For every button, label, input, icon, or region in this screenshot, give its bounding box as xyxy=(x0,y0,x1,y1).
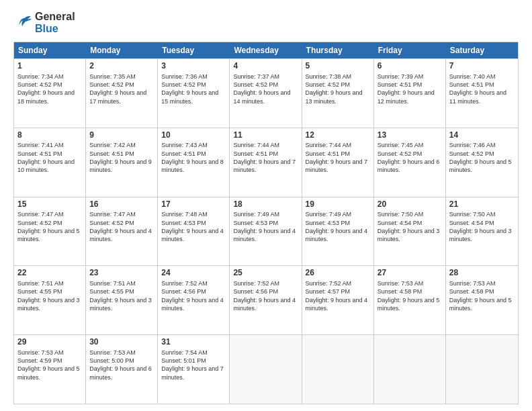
page: General Blue SundayMondayTuesdayWednesda… xyxy=(0,0,532,411)
day-number: 25 xyxy=(233,268,298,279)
header-day-sunday: Sunday xyxy=(14,42,86,58)
day-info: Sunrise: 7:52 AMSunset: 4:57 PMDaylight:… xyxy=(306,280,368,312)
header-day-friday: Friday xyxy=(374,42,446,58)
week-row-5: 29Sunrise: 7:53 AMSunset: 4:59 PMDayligh… xyxy=(14,334,518,404)
day-info: Sunrise: 7:50 AMSunset: 4:54 PMDaylight:… xyxy=(449,211,512,242)
day-number: 22 xyxy=(17,268,82,279)
day-number: 21 xyxy=(449,199,515,210)
day-cell-8: 8Sunrise: 7:41 AMSunset: 4:51 PMDaylight… xyxy=(14,128,86,197)
day-info: Sunrise: 7:45 AMSunset: 4:52 PMDaylight:… xyxy=(378,142,440,173)
day-info: Sunrise: 7:48 AMSunset: 4:53 PMDaylight:… xyxy=(161,211,224,242)
day-number: 5 xyxy=(306,61,370,72)
day-number: 9 xyxy=(89,130,154,141)
day-info: Sunrise: 7:44 AMSunset: 4:51 PMDaylight:… xyxy=(233,142,296,173)
day-number: 2 xyxy=(89,61,154,72)
day-info: Sunrise: 7:53 AMSunset: 4:58 PMDaylight:… xyxy=(378,280,440,312)
day-cell-29: 29Sunrise: 7:53 AMSunset: 4:59 PMDayligh… xyxy=(14,335,86,404)
day-cell-21: 21Sunrise: 7:50 AMSunset: 4:54 PMDayligh… xyxy=(446,197,518,266)
header-day-thursday: Thursday xyxy=(302,42,374,58)
day-cell-19: 19Sunrise: 7:49 AMSunset: 4:53 PMDayligh… xyxy=(302,197,374,266)
day-info: Sunrise: 7:52 AMSunset: 4:56 PMDaylight:… xyxy=(233,280,296,312)
day-cell-18: 18Sunrise: 7:49 AMSunset: 4:53 PMDayligh… xyxy=(230,197,302,266)
day-cell-25: 25Sunrise: 7:52 AMSunset: 4:56 PMDayligh… xyxy=(230,266,302,334)
day-cell-26: 26Sunrise: 7:52 AMSunset: 4:57 PMDayligh… xyxy=(302,266,374,334)
day-info: Sunrise: 7:47 AMSunset: 4:52 PMDaylight:… xyxy=(89,211,152,242)
day-info: Sunrise: 7:41 AMSunset: 4:51 PMDaylight:… xyxy=(17,142,75,173)
day-number: 6 xyxy=(378,61,442,72)
day-number: 8 xyxy=(17,130,82,141)
day-cell-17: 17Sunrise: 7:48 AMSunset: 4:53 PMDayligh… xyxy=(158,197,230,266)
week-row-1: 1Sunrise: 7:34 AMSunset: 4:52 PMDaylight… xyxy=(14,58,518,128)
day-cell-2: 2Sunrise: 7:35 AMSunset: 4:52 PMDaylight… xyxy=(86,59,158,128)
empty-cell xyxy=(302,335,374,404)
logo-text: General Blue xyxy=(35,11,75,35)
day-number: 14 xyxy=(449,130,515,141)
day-number: 31 xyxy=(161,337,226,348)
day-cell-24: 24Sunrise: 7:52 AMSunset: 4:56 PMDayligh… xyxy=(158,266,230,334)
day-number: 1 xyxy=(17,61,82,72)
day-info: Sunrise: 7:53 AMSunset: 4:59 PMDaylight:… xyxy=(17,349,80,381)
day-cell-3: 3Sunrise: 7:36 AMSunset: 4:52 PMDaylight… xyxy=(158,59,230,128)
day-number: 29 xyxy=(17,337,82,348)
calendar-header: SundayMondayTuesdayWednesdayThursdayFrid… xyxy=(14,42,518,58)
day-info: Sunrise: 7:47 AMSunset: 4:52 PMDaylight:… xyxy=(17,211,80,242)
day-info: Sunrise: 7:51 AMSunset: 4:55 PMDaylight:… xyxy=(89,280,152,312)
day-cell-13: 13Sunrise: 7:45 AMSunset: 4:52 PMDayligh… xyxy=(374,128,446,197)
day-cell-28: 28Sunrise: 7:53 AMSunset: 4:58 PMDayligh… xyxy=(446,266,518,334)
day-info: Sunrise: 7:43 AMSunset: 4:51 PMDaylight:… xyxy=(161,142,224,173)
day-cell-22: 22Sunrise: 7:51 AMSunset: 4:55 PMDayligh… xyxy=(14,266,86,334)
day-cell-4: 4Sunrise: 7:37 AMSunset: 4:52 PMDaylight… xyxy=(230,59,302,128)
day-cell-16: 16Sunrise: 7:47 AMSunset: 4:52 PMDayligh… xyxy=(86,197,158,266)
week-row-3: 15Sunrise: 7:47 AMSunset: 4:52 PMDayligh… xyxy=(14,197,518,266)
day-number: 15 xyxy=(17,199,82,210)
day-cell-23: 23Sunrise: 7:51 AMSunset: 4:55 PMDayligh… xyxy=(86,266,158,334)
empty-cell xyxy=(230,335,302,404)
header-day-tuesday: Tuesday xyxy=(158,42,230,58)
day-info: Sunrise: 7:38 AMSunset: 4:52 PMDaylight:… xyxy=(306,73,363,105)
header-day-saturday: Saturday xyxy=(446,42,518,58)
day-number: 30 xyxy=(89,337,154,348)
logo-icon xyxy=(13,15,32,30)
day-cell-10: 10Sunrise: 7:43 AMSunset: 4:51 PMDayligh… xyxy=(158,128,230,197)
header-day-monday: Monday xyxy=(86,42,158,58)
day-number: 7 xyxy=(449,61,515,72)
day-number: 18 xyxy=(233,199,298,210)
day-info: Sunrise: 7:35 AMSunset: 4:52 PMDaylight:… xyxy=(89,73,146,105)
day-info: Sunrise: 7:50 AMSunset: 4:54 PMDaylight:… xyxy=(378,211,440,242)
day-number: 19 xyxy=(306,199,370,210)
header-day-wednesday: Wednesday xyxy=(230,42,302,58)
day-info: Sunrise: 7:36 AMSunset: 4:52 PMDaylight:… xyxy=(161,73,218,105)
day-info: Sunrise: 7:53 AMSunset: 4:58 PMDaylight:… xyxy=(449,280,512,312)
day-number: 13 xyxy=(378,130,442,141)
day-info: Sunrise: 7:49 AMSunset: 4:53 PMDaylight:… xyxy=(306,211,368,242)
day-number: 4 xyxy=(233,61,298,72)
week-row-4: 22Sunrise: 7:51 AMSunset: 4:55 PMDayligh… xyxy=(14,265,518,334)
day-info: Sunrise: 7:37 AMSunset: 4:52 PMDaylight:… xyxy=(233,73,290,105)
day-number: 17 xyxy=(161,199,226,210)
day-cell-9: 9Sunrise: 7:42 AMSunset: 4:51 PMDaylight… xyxy=(86,128,158,197)
day-info: Sunrise: 7:34 AMSunset: 4:52 PMDaylight:… xyxy=(17,73,75,105)
day-number: 16 xyxy=(89,199,154,210)
empty-cell xyxy=(374,335,446,404)
day-number: 27 xyxy=(378,268,442,279)
day-number: 24 xyxy=(161,268,226,279)
day-cell-11: 11Sunrise: 7:44 AMSunset: 4:51 PMDayligh… xyxy=(230,128,302,197)
day-info: Sunrise: 7:54 AMSunset: 5:01 PMDaylight:… xyxy=(161,349,224,381)
empty-cell xyxy=(446,335,518,404)
logo: General Blue xyxy=(13,11,75,35)
day-info: Sunrise: 7:52 AMSunset: 4:56 PMDaylight:… xyxy=(161,280,224,312)
day-cell-31: 31Sunrise: 7:54 AMSunset: 5:01 PMDayligh… xyxy=(158,335,230,404)
day-cell-1: 1Sunrise: 7:34 AMSunset: 4:52 PMDaylight… xyxy=(14,59,86,128)
day-number: 20 xyxy=(378,199,442,210)
header: General Blue xyxy=(13,11,519,35)
day-number: 10 xyxy=(161,130,226,141)
day-cell-5: 5Sunrise: 7:38 AMSunset: 4:52 PMDaylight… xyxy=(302,59,374,128)
day-cell-15: 15Sunrise: 7:47 AMSunset: 4:52 PMDayligh… xyxy=(14,197,86,266)
day-number: 11 xyxy=(233,130,298,141)
day-cell-12: 12Sunrise: 7:44 AMSunset: 4:51 PMDayligh… xyxy=(302,128,374,197)
day-info: Sunrise: 7:39 AMSunset: 4:51 PMDaylight:… xyxy=(378,73,435,105)
day-info: Sunrise: 7:42 AMSunset: 4:51 PMDaylight:… xyxy=(89,142,152,173)
day-number: 3 xyxy=(161,61,226,72)
day-info: Sunrise: 7:46 AMSunset: 4:52 PMDaylight:… xyxy=(449,142,512,173)
week-row-2: 8Sunrise: 7:41 AMSunset: 4:51 PMDaylight… xyxy=(14,128,518,197)
